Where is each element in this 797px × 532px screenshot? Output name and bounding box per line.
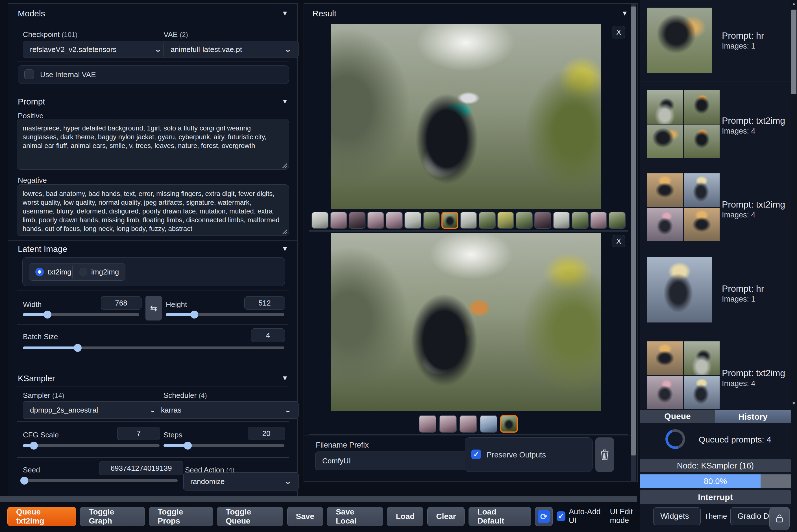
seed-slider-knob[interactable]	[20, 477, 28, 484]
height-slider-knob[interactable]	[190, 310, 198, 319]
batch-size-slider-knob[interactable]	[74, 344, 82, 352]
ksampler-header[interactable]: KSampler	[18, 374, 55, 383]
gallery-2-thumbnail-3[interactable]	[459, 415, 477, 433]
seed-slider[interactable]	[23, 479, 178, 482]
scroll-down-icon[interactable]: ▼	[792, 401, 796, 406]
height-value[interactable]: 512	[244, 296, 285, 310]
history-entry-1-image[interactable]	[647, 7, 712, 73]
workspace-h-scrollbar[interactable]	[0, 496, 637, 502]
toggle-queue-button[interactable]: Toggle Queue	[217, 507, 283, 526]
history-entry-5-image-grid[interactable]	[647, 341, 720, 409]
refresh-button[interactable]: ⟳	[535, 507, 553, 526]
use-internal-vae-checkbox[interactable]	[24, 70, 34, 79]
gallery-1-thumbnail-7[interactable]	[423, 212, 440, 229]
auto-add-ui-checkbox[interactable]: ✓	[557, 511, 565, 521]
latent-header[interactable]: Latent Image	[18, 244, 67, 254]
positive-prompt-input[interactable]: masterpiece, hyper detailed background, …	[17, 119, 289, 170]
gallery-1-thumbnail-10[interactable]	[479, 212, 496, 229]
cfg-slider-knob[interactable]	[30, 442, 38, 450]
history-entry-1[interactable]: Prompt: hr Images: 1	[640, 0, 791, 82]
preserve-outputs-checkbox[interactable]: ✓	[471, 450, 481, 459]
scroll-up-icon[interactable]: ▲	[792, 1, 796, 6]
seed-value[interactable]: 693741274019139	[99, 461, 183, 475]
lock-button[interactable]	[769, 507, 790, 530]
use-internal-vae-box[interactable]: Use Internal VAE	[18, 65, 289, 84]
gallery-1-close-button[interactable]: X	[612, 26, 625, 38]
scheduler-dropdown[interactable]: karras⌄	[154, 401, 299, 419]
prompt-collapse-icon[interactable]: ▼	[282, 97, 288, 105]
steps-value[interactable]: 20	[248, 427, 285, 440]
gallery-2-close-button[interactable]: X	[612, 235, 625, 247]
queue-txt2img-button[interactable]: Queue txt2img	[7, 507, 76, 526]
gallery-1-thumbnail-14[interactable]	[553, 212, 570, 229]
gallery-1-thumbnail-13[interactable]	[534, 212, 551, 229]
result-image-large[interactable]	[331, 24, 601, 209]
save-button[interactable]: Save	[287, 507, 323, 526]
result-collapse-icon[interactable]: ▼	[621, 9, 628, 17]
queue-tab[interactable]: Queue	[640, 410, 715, 423]
models-collapse-icon[interactable]: ▼	[282, 9, 288, 17]
cfg-slider[interactable]	[23, 444, 159, 447]
gallery-1-thumbnail-5[interactable]	[386, 212, 403, 229]
vae-dropdown[interactable]: animefull-latest.vae.pt⌄	[164, 41, 299, 58]
history-entry-2-image-grid[interactable]	[647, 90, 720, 158]
gallery-1-thumbnail-15[interactable]	[572, 212, 589, 229]
gallery-2-thumbnail-2[interactable]	[439, 415, 457, 433]
gallery-2-thumbnail-1[interactable]	[419, 415, 436, 433]
gallery-1-thumbnail-8-selected[interactable]	[441, 212, 458, 229]
history-tab[interactable]: History	[715, 410, 791, 423]
models-header[interactable]: Models	[18, 9, 45, 18]
mode-img2img-radio[interactable]: img2img	[72, 263, 126, 281]
ksampler-collapse-icon[interactable]: ▼	[282, 374, 288, 382]
batch-size-value[interactable]: 4	[251, 328, 285, 342]
result-scrollbar[interactable]	[631, 4, 636, 481]
load-button[interactable]: Load	[387, 507, 423, 526]
checkpoint-dropdown[interactable]: refslaveV2_v2.safetensors⌄	[23, 41, 169, 58]
interrupt-button[interactable]: Interrupt	[640, 490, 791, 504]
preserve-outputs-box[interactable]: ✓ Preserve Outputs	[465, 437, 592, 472]
cfg-value[interactable]: 7	[117, 427, 160, 440]
widgets-select[interactable]: Widgets	[653, 508, 701, 525]
gallery-1-thumbnail-17[interactable]	[609, 212, 626, 229]
height-slider[interactable]	[166, 313, 284, 316]
width-slider[interactable]	[23, 313, 139, 316]
prompt-header[interactable]: Prompt	[18, 97, 45, 107]
resize-handle-icon[interactable]	[282, 163, 287, 168]
sidebar-scrollbar-thumb[interactable]	[791, 10, 796, 94]
gallery-1-thumbnail-11[interactable]	[497, 212, 514, 229]
history-entry-5[interactable]: Prompt: txt2img Images: 4	[640, 335, 791, 410]
history-entry-4-image[interactable]	[647, 257, 712, 322]
gallery-2-thumbnail-5-selected[interactable]	[500, 415, 518, 433]
mode-txt2img-radio[interactable]: txt2img	[29, 263, 78, 281]
width-slider-knob[interactable]	[43, 310, 51, 319]
history-entry-3[interactable]: Prompt: txt2img Images: 4	[640, 166, 791, 249]
gallery-1-thumbnail-2[interactable]	[330, 212, 347, 229]
result-image-large-2[interactable]	[331, 233, 601, 411]
latent-collapse-icon[interactable]: ▼	[282, 245, 288, 253]
history-entry-2[interactable]: Prompt: txt2img Images: 4	[640, 82, 791, 165]
gallery-1-thumbnail-12[interactable]	[516, 212, 533, 229]
width-value[interactable]: 768	[101, 296, 141, 310]
gallery-2-thumbnail-4[interactable]	[480, 415, 497, 433]
result-scrollbar-thumb[interactable]	[631, 6, 636, 455]
gallery-1-thumbnail-16[interactable]	[590, 212, 607, 229]
gallery-1-thumbnail-3[interactable]	[349, 212, 366, 229]
clear-button[interactable]: Clear	[427, 507, 464, 526]
filename-prefix-input[interactable]: ComfyUI	[315, 452, 474, 470]
result-header[interactable]: Result	[312, 9, 336, 18]
negative-prompt-input[interactable]: lowres, bad anatomy, bad hands, text, er…	[17, 184, 289, 236]
toggle-props-button[interactable]: Toggle Props	[149, 507, 213, 526]
swap-dimensions-button[interactable]: ⇆	[146, 296, 162, 321]
toggle-graph-button[interactable]: Toggle Graph	[80, 507, 145, 526]
sampler-dropdown[interactable]: dpmpp_2s_ancestral⌄	[23, 401, 164, 419]
load-default-button[interactable]: Load Default	[469, 507, 531, 526]
gallery-1-thumbnail-1[interactable]	[311, 212, 328, 229]
sidebar-scrollbar[interactable]: ▲ ▼	[791, 0, 797, 532]
delete-outputs-button[interactable]	[595, 437, 614, 472]
history-entry-4[interactable]: Prompt: hr Images: 1	[640, 250, 791, 334]
gallery-1-thumbnail-6[interactable]	[404, 212, 421, 229]
gallery-1-thumbnail-9[interactable]	[460, 212, 477, 229]
save-local-button[interactable]: Save Local	[327, 507, 383, 526]
resize-handle-icon[interactable]	[282, 229, 287, 234]
batch-size-slider[interactable]	[23, 346, 284, 349]
